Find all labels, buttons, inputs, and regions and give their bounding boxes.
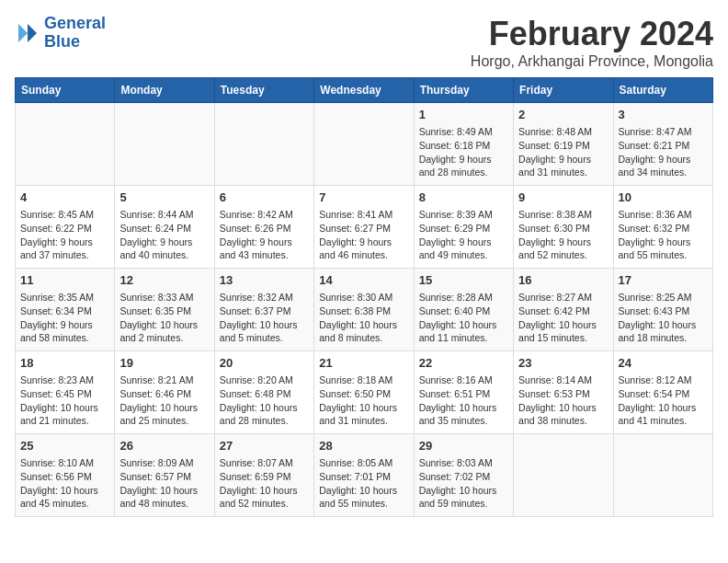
day-info: Sunset: 6:27 PM	[319, 222, 408, 236]
weekday-header: Sunday	[16, 78, 115, 103]
weekday-header: Monday	[115, 78, 214, 103]
svg-marker-1	[18, 24, 28, 42]
day-info: and 40 minutes.	[119, 248, 209, 262]
day-info: and 49 minutes.	[419, 248, 508, 262]
day-info: Sunset: 6:56 PM	[20, 470, 109, 484]
day-info: Sunrise: 8:44 AM	[119, 208, 209, 222]
day-info: Sunrise: 8:32 AM	[220, 291, 309, 304]
calendar-cell: 28Sunrise: 8:05 AMSunset: 7:01 PMDayligh…	[314, 434, 414, 517]
calendar-cell: 12Sunrise: 8:33 AMSunset: 6:35 PMDayligh…	[115, 269, 214, 351]
day-info: and 37 minutes.	[20, 248, 109, 262]
day-number: 15	[419, 272, 508, 289]
day-info: and 52 minutes.	[220, 497, 309, 511]
day-info: Daylight: 9 hours	[619, 236, 708, 249]
day-info: and 43 minutes.	[220, 248, 309, 262]
day-number: 25	[20, 438, 109, 454]
day-info: and 55 minutes.	[319, 497, 408, 511]
day-info: Sunrise: 8:45 AM	[20, 208, 109, 222]
day-info: Daylight: 9 hours	[619, 153, 708, 167]
day-info: Sunrise: 8:39 AM	[419, 208, 508, 222]
day-info: Sunrise: 8:36 AM	[619, 208, 708, 222]
day-info: Sunset: 6:18 PM	[419, 139, 508, 153]
day-info: Sunset: 7:01 PM	[319, 470, 408, 484]
day-info: and 8 minutes.	[319, 331, 408, 345]
day-info: and 21 minutes.	[20, 414, 109, 428]
calendar-cell	[613, 434, 712, 517]
day-info: Sunset: 6:32 PM	[619, 222, 708, 236]
calendar-cell: 19Sunrise: 8:21 AMSunset: 6:46 PMDayligh…	[115, 351, 214, 434]
day-info: and 46 minutes.	[319, 248, 408, 262]
day-info: Sunrise: 8:05 AM	[319, 456, 408, 470]
day-info: Sunrise: 8:28 AM	[419, 291, 508, 304]
day-info: Sunset: 6:30 PM	[518, 222, 608, 236]
calendar-cell: 9Sunrise: 8:38 AMSunset: 6:30 PMDaylight…	[514, 186, 613, 269]
calendar-cell: 13Sunrise: 8:32 AMSunset: 6:37 PMDayligh…	[214, 269, 313, 351]
calendar-cell: 3Sunrise: 8:47 AMSunset: 6:21 PMDaylight…	[613, 103, 712, 186]
day-info: and 5 minutes.	[220, 331, 309, 345]
day-info: Sunset: 6:26 PM	[220, 222, 309, 236]
day-number: 6	[220, 190, 309, 206]
day-info: and 34 minutes.	[619, 166, 708, 179]
calendar-cell	[214, 103, 313, 186]
day-info: Sunset: 7:02 PM	[419, 470, 508, 484]
day-info: and 28 minutes.	[419, 166, 508, 179]
calendar-cell: 11Sunrise: 8:35 AMSunset: 6:34 PMDayligh…	[16, 269, 115, 351]
calendar-cell: 7Sunrise: 8:41 AMSunset: 6:27 PMDaylight…	[314, 186, 414, 269]
calendar-cell: 21Sunrise: 8:18 AMSunset: 6:50 PMDayligh…	[314, 351, 414, 434]
logo: General Blue	[15, 15, 106, 52]
day-info: and 41 minutes.	[619, 414, 708, 428]
calendar-week-row: 18Sunrise: 8:23 AMSunset: 6:45 PMDayligh…	[16, 351, 713, 434]
day-info: Sunrise: 8:33 AM	[119, 291, 209, 304]
day-info: Sunrise: 8:16 AM	[419, 373, 508, 387]
day-info: Daylight: 10 hours	[419, 484, 508, 498]
day-info: Sunset: 6:29 PM	[419, 222, 508, 236]
day-info: Daylight: 9 hours	[119, 236, 209, 249]
day-info: Daylight: 9 hours	[419, 153, 508, 167]
calendar-cell: 8Sunrise: 8:39 AMSunset: 6:29 PMDaylight…	[414, 186, 513, 269]
day-info: Sunrise: 8:14 AM	[518, 373, 608, 387]
day-info: Sunset: 6:22 PM	[20, 222, 109, 236]
calendar-cell: 20Sunrise: 8:20 AMSunset: 6:48 PMDayligh…	[214, 351, 313, 434]
day-info: Sunset: 6:48 PM	[220, 387, 309, 401]
day-info: Sunset: 6:53 PM	[518, 387, 608, 401]
calendar-header-row: SundayMondayTuesdayWednesdayThursdayFrid…	[16, 78, 713, 103]
calendar-cell: 5Sunrise: 8:44 AMSunset: 6:24 PMDaylight…	[115, 186, 214, 269]
day-number: 27	[220, 438, 309, 454]
day-info: Daylight: 10 hours	[119, 484, 209, 498]
day-info: and 48 minutes.	[119, 497, 209, 511]
day-number: 1	[419, 107, 508, 123]
weekday-header: Thursday	[414, 78, 513, 103]
day-info: Sunset: 6:40 PM	[419, 304, 508, 318]
day-number: 16	[518, 272, 608, 289]
calendar-cell: 10Sunrise: 8:36 AMSunset: 6:32 PMDayligh…	[613, 186, 712, 269]
calendar-cell: 14Sunrise: 8:30 AMSunset: 6:38 PMDayligh…	[314, 269, 414, 351]
day-info: Sunrise: 8:30 AM	[319, 291, 408, 304]
day-number: 29	[419, 438, 508, 454]
day-info: and 58 minutes.	[20, 331, 109, 345]
day-info: Daylight: 10 hours	[220, 484, 309, 498]
day-number: 9	[518, 190, 608, 206]
day-info: Sunrise: 8:21 AM	[119, 373, 209, 387]
day-info: and 28 minutes.	[220, 414, 309, 428]
calendar-body: 1Sunrise: 8:49 AMSunset: 6:18 PMDaylight…	[16, 103, 713, 517]
main-title: February 2024	[471, 15, 713, 53]
day-number: 4	[20, 190, 109, 206]
day-info: Sunset: 6:46 PM	[119, 387, 209, 401]
day-info: Sunrise: 8:12 AM	[619, 373, 708, 387]
day-info: Daylight: 10 hours	[319, 484, 408, 498]
day-number: 12	[119, 272, 209, 289]
logo-text: General Blue	[44, 15, 106, 52]
day-info: Sunset: 6:19 PM	[518, 139, 608, 153]
day-info: Daylight: 10 hours	[419, 318, 508, 332]
day-number: 13	[220, 272, 309, 289]
calendar-cell: 4Sunrise: 8:45 AMSunset: 6:22 PMDaylight…	[16, 186, 115, 269]
weekday-header: Tuesday	[214, 78, 313, 103]
day-number: 3	[619, 107, 708, 123]
logo-icon	[15, 20, 40, 46]
day-info: Sunrise: 8:38 AM	[518, 208, 608, 222]
day-info: and 55 minutes.	[619, 248, 708, 262]
day-info: Sunrise: 8:49 AM	[419, 125, 508, 139]
day-info: and 2 minutes.	[119, 331, 209, 345]
day-info: and 31 minutes.	[518, 166, 608, 179]
day-info: Daylight: 10 hours	[119, 401, 209, 415]
